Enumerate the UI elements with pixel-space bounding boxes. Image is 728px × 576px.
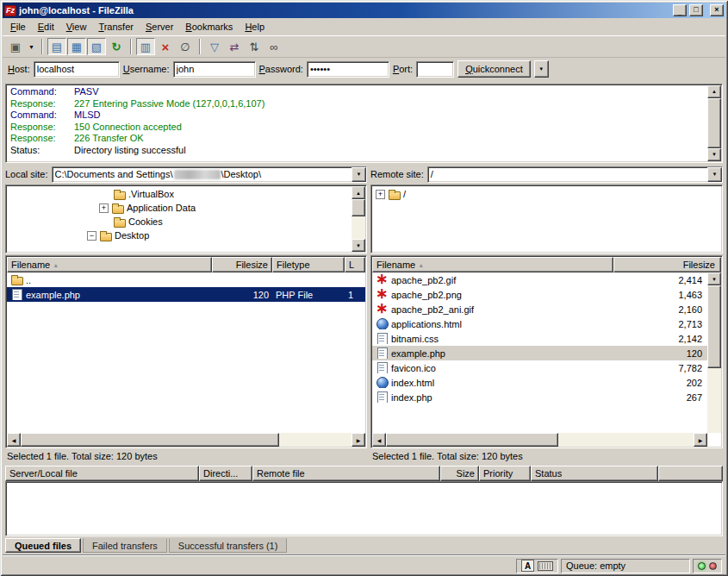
- tree-item[interactable]: Cookies: [6, 215, 351, 229]
- file-row[interactable]: applications.html 2,713: [372, 316, 707, 331]
- column-header-filetype[interactable]: Filetype: [272, 257, 345, 272]
- scroll-right-arrow-icon[interactable]: ▶: [694, 433, 707, 447]
- menu-help[interactable]: Help: [239, 19, 271, 34]
- combo-dropdown-button[interactable]: ▼: [352, 167, 366, 182]
- menu-transfer[interactable]: Transfer: [92, 19, 140, 34]
- find-icon: ∞: [270, 41, 277, 53]
- scrollbar-thumb[interactable]: [386, 433, 558, 447]
- tab-successful-transfers[interactable]: Successful transfers (1): [169, 538, 288, 553]
- scroll-up-arrow-icon[interactable]: ▲: [352, 186, 365, 199]
- scrollbar-thumb[interactable]: [352, 199, 365, 216]
- tab-failed-transfers[interactable]: Failed transfers: [83, 538, 167, 553]
- scroll-down-arrow-icon[interactable]: ▼: [707, 148, 721, 161]
- image-file-icon: [376, 274, 389, 285]
- file-row[interactable]: index.php 267: [372, 390, 707, 404]
- tree-item[interactable]: +Application Data: [6, 201, 351, 215]
- log-scrollbar[interactable]: ▲ ▼: [707, 85, 721, 161]
- refresh-icon: ↻: [112, 41, 121, 53]
- host-input[interactable]: [34, 61, 120, 78]
- scroll-down-arrow-icon[interactable]: ▼: [352, 239, 365, 252]
- sync-browse-button[interactable]: ⇅: [245, 38, 264, 55]
- expand-icon[interactable]: +: [99, 203, 109, 213]
- toggle-remote-tree-button[interactable]: ▧: [87, 38, 106, 55]
- close-button[interactable]: ×: [710, 4, 724, 16]
- remote-list-header: Filename▲ Filesize: [372, 257, 721, 272]
- local-list-hscrollbar[interactable]: ◀ ▶: [7, 433, 365, 447]
- quickconnect-dropdown-button[interactable]: ▼: [534, 60, 549, 78]
- local-tree-scrollbar[interactable]: ▲ ▼: [352, 186, 365, 252]
- menu-server[interactable]: Server: [140, 19, 179, 34]
- toggle-queue-button[interactable]: ▥: [136, 38, 155, 55]
- remote-directory-tree: +/: [370, 185, 723, 254]
- toggle-local-tree-button[interactable]: ▦: [67, 38, 86, 55]
- find-button[interactable]: ∞: [264, 38, 283, 55]
- refresh-button[interactable]: ↻: [107, 38, 126, 55]
- column-header-lastmodified[interactable]: L: [345, 257, 365, 272]
- queue-list-body[interactable]: [5, 481, 723, 536]
- cancel-button[interactable]: ×: [156, 38, 175, 55]
- file-row[interactable]: favicon.ico 7,782: [372, 360, 707, 375]
- tree-item[interactable]: .VirtualBox: [6, 187, 351, 201]
- tree-item[interactable]: −Desktop: [6, 229, 351, 242]
- column-header-direction[interactable]: Directi...: [199, 466, 252, 481]
- tree-item[interactable]: +/: [371, 187, 706, 201]
- scrollbar-thumb[interactable]: [707, 98, 721, 148]
- language-icon: A: [521, 560, 534, 572]
- remote-site-combobox[interactable]: / ▼: [427, 166, 723, 183]
- column-header-filename[interactable]: Filename▲: [372, 257, 613, 272]
- collapse-icon[interactable]: −: [87, 231, 96, 241]
- menu-file[interactable]: File: [4, 19, 32, 34]
- file-row[interactable]: index.html 202: [372, 375, 707, 390]
- file-row[interactable]: apache_pb2_ani.gif 2,160: [372, 302, 707, 316]
- column-header-priority[interactable]: Priority: [479, 466, 531, 481]
- column-header-status[interactable]: Status: [531, 466, 658, 481]
- password-input[interactable]: [307, 61, 389, 78]
- column-header-filename[interactable]: Filename▲: [7, 257, 212, 272]
- expand-icon[interactable]: +: [376, 190, 385, 199]
- column-header-size[interactable]: Size: [440, 466, 479, 481]
- username-input[interactable]: [173, 61, 256, 78]
- file-row-selected[interactable]: example.php 120 PHP File 1: [7, 287, 365, 302]
- column-header-server-local-file[interactable]: Server/Local file: [5, 466, 199, 481]
- maximize-button[interactable]: □: [689, 4, 703, 16]
- scroll-down-arrow-icon[interactable]: ▼: [707, 272, 721, 285]
- site-manager-dropdown-button[interactable]: ▼: [26, 38, 37, 55]
- column-header-filesize[interactable]: Filesize: [212, 257, 272, 272]
- red-led-icon: [709, 562, 717, 570]
- port-input[interactable]: [416, 61, 454, 78]
- scrollbar-thumb[interactable]: [707, 285, 721, 368]
- filter-button[interactable]: ▽: [205, 38, 224, 55]
- scroll-left-arrow-icon[interactable]: ◀: [372, 433, 386, 447]
- disconnect-button[interactable]: ∅: [176, 38, 195, 55]
- combo-dropdown-button[interactable]: ▼: [707, 167, 722, 182]
- file-row[interactable]: apache_pb2.png 1,463: [372, 287, 707, 302]
- scroll-right-arrow-icon[interactable]: ▶: [352, 433, 365, 447]
- file-row[interactable]: bitnami.css 2,142: [372, 331, 707, 346]
- log-line: Status:Directory listing successful: [10, 145, 705, 157]
- password-label: Password:: [259, 64, 303, 74]
- menu-edit[interactable]: Edit: [32, 19, 60, 34]
- local-site-combobox[interactable]: C:\Documents and Settings\\Desktop\ ▼: [52, 166, 367, 183]
- tab-queued-files[interactable]: Queued files: [5, 538, 81, 553]
- folder-icon: [99, 230, 112, 241]
- transfer-queue: Server/Local file Directi... Remote file…: [5, 466, 723, 536]
- file-row-selected[interactable]: example.php 120: [372, 346, 707, 360]
- menu-bookmarks[interactable]: Bookmarks: [179, 19, 239, 34]
- minimize-button[interactable]: _: [673, 4, 687, 16]
- remote-list-hscrollbar[interactable]: ◀ ▶: [372, 433, 707, 447]
- scroll-left-arrow-icon[interactable]: ◀: [7, 433, 21, 447]
- quickconnect-button[interactable]: Quickconnect: [457, 60, 531, 78]
- column-header-filesize[interactable]: Filesize: [613, 257, 721, 272]
- remote-list-vscrollbar[interactable]: ▲ ▼: [707, 272, 721, 433]
- menu-view[interactable]: View: [60, 19, 93, 34]
- html-file-icon: [376, 377, 389, 388]
- toggle-message-log-button[interactable]: ▤: [47, 38, 66, 55]
- compare-button[interactable]: ⇄: [225, 38, 244, 55]
- site-manager-button[interactable]: ▣: [6, 38, 25, 55]
- scroll-up-arrow-icon[interactable]: ▲: [707, 85, 721, 98]
- scrollbar-thumb[interactable]: [21, 433, 279, 447]
- message-log: Command:PASV Response:227 Entering Passi…: [5, 84, 723, 163]
- column-header-remote-file[interactable]: Remote file: [252, 466, 440, 481]
- file-row[interactable]: apache_pb2.gif 2,414: [372, 272, 707, 287]
- file-row[interactable]: ..: [7, 272, 365, 287]
